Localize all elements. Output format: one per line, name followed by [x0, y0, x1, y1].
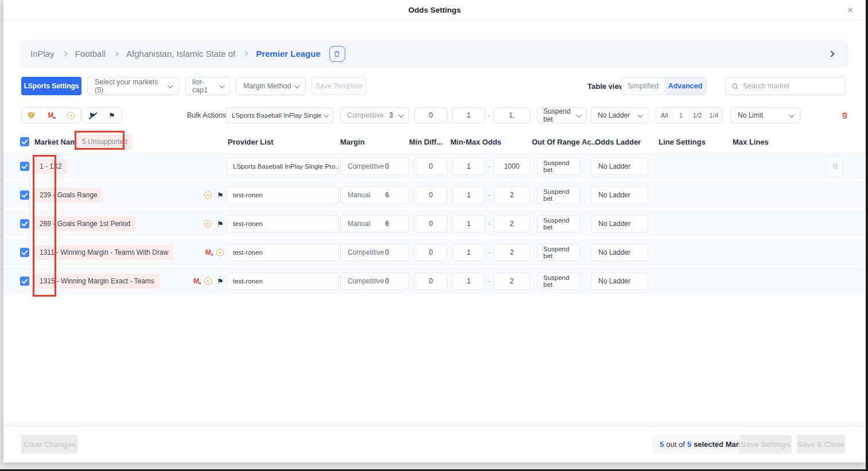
- close-icon[interactable]: ×: [847, 0, 853, 21]
- min-odds-input[interactable]: 1: [452, 273, 485, 290]
- row-checkbox[interactable]: [20, 277, 29, 286]
- min-odds-input[interactable]: 1: [452, 158, 485, 175]
- view-simplified-option[interactable]: Simplified: [622, 77, 664, 95]
- save-settings-button[interactable]: Save Settings: [739, 435, 792, 454]
- view-advanced-option[interactable]: Advanced: [664, 77, 707, 95]
- header-line-settings: Line Settings: [659, 138, 706, 146]
- template-dropdown[interactable]: lior-cap1: [185, 77, 230, 95]
- row-trash-button[interactable]: [827, 156, 843, 177]
- provider-list-value[interactable]: test-ronen: [227, 215, 339, 232]
- bulk-odds-ladder-dropdown[interactable]: No Ladder: [591, 107, 648, 123]
- league-delete-button[interactable]: [329, 46, 345, 62]
- provider-list-value[interactable]: test-ronen: [227, 244, 339, 261]
- odds-ladder-select[interactable]: No Ladder: [591, 215, 648, 232]
- coin-icon: [216, 248, 224, 256]
- row-checkbox[interactable]: [20, 162, 29, 171]
- provider-list-value[interactable]: test-ronen: [227, 273, 339, 290]
- row-checkbox[interactable]: [20, 190, 29, 200]
- breadcrumb-item-football[interactable]: Football: [75, 49, 106, 59]
- save-template-button[interactable]: Save Template: [312, 77, 367, 95]
- provider-list-value[interactable]: test-ronen: [227, 186, 339, 204]
- row-icons: ⚑: [186, 191, 224, 198]
- row-icons: ⚑: [186, 220, 224, 227]
- out-of-range-select[interactable]: Suspend bet: [537, 215, 581, 232]
- m-logo-icon[interactable]: M: [41, 108, 61, 123]
- gem-icon[interactable]: [22, 108, 41, 123]
- breadcrumb-item-league[interactable]: Premier League: [256, 49, 321, 59]
- header-out-of-range: Out Of Range Ac...: [532, 138, 597, 146]
- flag-icon: ⚑: [217, 277, 224, 285]
- range-separator: -: [488, 277, 491, 285]
- save-close-button[interactable]: Save & Close: [797, 435, 845, 454]
- row-checkbox[interactable]: [20, 248, 29, 257]
- coin-icon[interactable]: [61, 108, 80, 123]
- margin-method-dropdown[interactable]: Margin Method: [236, 77, 306, 95]
- line-option-quarter[interactable]: 1/4: [706, 108, 722, 123]
- line-option-half[interactable]: 1/2: [690, 108, 706, 123]
- min-diff-input[interactable]: 0: [414, 244, 447, 261]
- margin-control[interactable]: Competitive 0: [340, 244, 409, 261]
- unsupported-badge: 5 Unsupported: [77, 135, 133, 149]
- min-odds-input[interactable]: 1: [452, 215, 485, 232]
- bulk-max-odds-input[interactable]: 1,: [493, 107, 530, 123]
- row-checkbox[interactable]: [20, 219, 29, 228]
- out-of-range-select[interactable]: Suspend bet: [537, 186, 581, 204]
- bulk-out-of-range-dropdown[interactable]: Suspend bet: [537, 107, 586, 123]
- bulk-min-odds-input[interactable]: 1: [452, 107, 485, 123]
- margin-control[interactable]: Competitive 0: [340, 158, 409, 175]
- max-odds-input[interactable]: 2: [493, 186, 530, 204]
- max-odds-input[interactable]: 1000: [493, 158, 530, 175]
- range-separator: -: [488, 162, 491, 170]
- header-min-diff: Min Diff...: [409, 138, 443, 146]
- out-of-range-select[interactable]: Suspend bet: [537, 273, 581, 290]
- out-of-range-select[interactable]: Suspend bet: [537, 158, 581, 175]
- line-option-1[interactable]: 1: [673, 108, 690, 123]
- chevron-down-icon: [637, 112, 643, 118]
- bulk-provider-dropdown[interactable]: LSports Baseball InPlay Single Prc: [226, 107, 333, 123]
- bulk-max-lines-dropdown[interactable]: No Limit: [730, 107, 800, 123]
- max-odds-input[interactable]: 2: [493, 273, 530, 290]
- search-input[interactable]: [743, 82, 839, 90]
- max-odds-input[interactable]: 2: [493, 215, 530, 232]
- min-diff-input[interactable]: 0: [414, 158, 447, 175]
- odds-ladder-select[interactable]: No Ladder: [591, 158, 648, 175]
- min-diff-input[interactable]: 0: [414, 273, 447, 290]
- market-name: 239 - Goals Range: [34, 188, 103, 203]
- odds-ladder-select[interactable]: No Ladder: [591, 273, 648, 290]
- chevron-down-icon: [294, 83, 300, 88]
- trash-icon: [333, 50, 341, 58]
- table-header: Market Name 5 Unsupported Provider List …: [3, 131, 866, 153]
- margin-control[interactable]: Manual 6: [340, 186, 409, 204]
- lsports-settings-button[interactable]: LSports Settings: [21, 77, 81, 95]
- odds-ladder-select[interactable]: No Ladder: [591, 244, 648, 261]
- bulk-delete-button[interactable]: [841, 107, 848, 123]
- flag-off-icon[interactable]: ⚑: [83, 108, 102, 123]
- breadcrumb-item-inplay[interactable]: InPlay: [30, 49, 55, 59]
- clear-changes-button[interactable]: Clear Changes: [21, 435, 78, 454]
- range-separator: -: [488, 191, 491, 199]
- max-odds-input[interactable]: 2: [493, 244, 530, 261]
- flag-icon[interactable]: ⚑: [102, 108, 122, 123]
- min-diff-input[interactable]: 0: [414, 215, 447, 232]
- market-name: 1311 - Winning Margin - Teams With Draw: [34, 245, 173, 260]
- breadcrumb-item-country[interactable]: Afghanistan, Islamic State of: [126, 49, 235, 59]
- provider-list-value[interactable]: LSports Baseball InPlay Single Pro...: [227, 158, 339, 175]
- margin-control[interactable]: Manual 6: [340, 215, 409, 232]
- min-odds-input[interactable]: 1: [452, 186, 485, 204]
- min-odds-input[interactable]: 1: [452, 244, 485, 261]
- breadcrumb-next-chevron-icon[interactable]: [828, 50, 834, 57]
- bulk-actions-label: Bulk Actions: [187, 107, 226, 123]
- chevron-down-icon: [789, 112, 795, 118]
- select-markets-dropdown[interactable]: Select your markets (5): [87, 77, 179, 95]
- select-all-checkbox[interactable]: [20, 137, 29, 146]
- odds-ladder-select[interactable]: No Ladder: [591, 186, 648, 204]
- table-row: 1311 - Winning Margin - Teams With Draw …: [3, 239, 866, 266]
- bulk-min-diff-input[interactable]: 0: [414, 107, 447, 123]
- min-diff-input[interactable]: 0: [414, 186, 447, 204]
- chevron-down-icon: [398, 112, 404, 118]
- bulk-margin-dropdown[interactable]: Competitive 3: [340, 107, 409, 123]
- line-option-all[interactable]: All: [656, 108, 673, 123]
- out-of-range-select[interactable]: Suspend bet: [537, 244, 581, 261]
- search-icon: [731, 83, 739, 90]
- margin-control[interactable]: Competitive 0: [340, 273, 409, 290]
